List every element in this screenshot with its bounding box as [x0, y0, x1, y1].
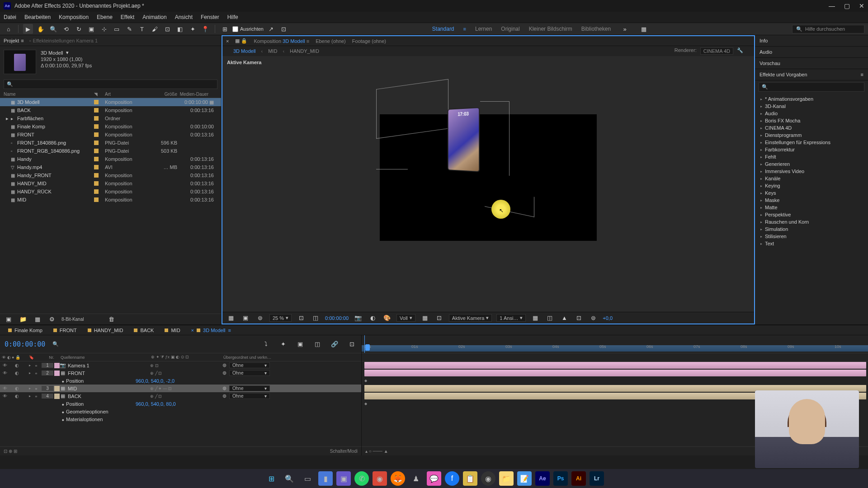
- explorer-icon[interactable]: 📁: [499, 471, 514, 486]
- menu-bearbeiten[interactable]: Bearbeiten: [24, 14, 51, 20]
- zoom-dropdown[interactable]: 25 % ▾: [269, 314, 292, 322]
- app-icon[interactable]: 📋: [463, 471, 477, 486]
- workspace-more-icon[interactable]: »: [620, 24, 630, 34]
- region-icon[interactable]: ⊚: [255, 313, 265, 323]
- roto-tool-icon[interactable]: ✦: [188, 24, 198, 34]
- panel-menu-icon[interactable]: ≡: [861, 72, 863, 77]
- effects-search-input[interactable]: 🔍: [759, 82, 864, 92]
- project-item[interactable]: ▦HandyKomposition0:00:13:16: [0, 155, 221, 163]
- tl-footer-icon[interactable]: ⊡ ⊕ ⊞: [4, 449, 17, 454]
- snap-grid-icon[interactable]: ⊡: [279, 24, 289, 34]
- zoom-tool-icon[interactable]: 🔍: [48, 24, 58, 34]
- layer-property[interactable]: ⬥ Position960,0, 540,0, -2,0: [0, 377, 361, 385]
- effect-category[interactable]: ▸* Animationsvorgaben: [755, 95, 868, 103]
- brush-tool-icon[interactable]: 🖌: [150, 24, 160, 34]
- effect-category[interactable]: ▸Keying: [755, 182, 868, 189]
- pen-tool-icon[interactable]: ✎: [124, 24, 134, 34]
- footage-tab[interactable]: Footage (ohne): [352, 38, 386, 44]
- phone-3d-layer[interactable]: 17:03: [448, 107, 480, 172]
- effect-category[interactable]: ▸Audio: [755, 110, 868, 117]
- aftereffects-icon[interactable]: Ae: [535, 471, 550, 486]
- workspace-original[interactable]: Original: [501, 26, 519, 32]
- tl-btn-2-icon[interactable]: ✦: [278, 339, 288, 349]
- timeline-search-icon[interactable]: 🔍: [52, 341, 59, 347]
- preview-panel[interactable]: Vorschau: [755, 58, 868, 69]
- home-icon[interactable]: ⌂: [4, 24, 14, 34]
- tl-btn-1-icon[interactable]: ⤵: [261, 339, 271, 349]
- composition-viewport[interactable]: Aktive Kamera 17:03 ↖: [222, 56, 754, 312]
- notepad-icon[interactable]: 📝: [517, 471, 532, 486]
- app-icon[interactable]: ◉: [373, 471, 387, 486]
- breadcrumb-item[interactable]: HANDY_MID: [290, 48, 319, 54]
- project-item[interactable]: ▫FRONT_RGB_1840886.pngPNG-Datei503 KB: [0, 147, 221, 155]
- effects-panel-title[interactable]: Effekte und Vorgaben: [760, 72, 807, 77]
- rotate-tool-icon[interactable]: ↻: [74, 24, 84, 34]
- timeline-tab[interactable]: Finale Komp: [4, 327, 47, 334]
- menu-animation[interactable]: Animation: [142, 14, 166, 20]
- whatsapp-icon[interactable]: ✆: [354, 471, 369, 486]
- renderer-dropdown[interactable]: CINEMA 4D: [700, 47, 733, 55]
- timeline-tab[interactable]: FRONT: [49, 327, 81, 334]
- effect-category[interactable]: ▸Simulation: [755, 225, 868, 233]
- taskview-icon[interactable]: ▭: [300, 471, 315, 486]
- type-tool-icon[interactable]: T: [137, 24, 147, 34]
- bit-depth[interactable]: 8-Bit-Kanal: [61, 317, 84, 322]
- views-dropdown[interactable]: 1 Ansi… ▾: [496, 314, 526, 322]
- project-tab[interactable]: Projekt ≡: [4, 38, 24, 43]
- breadcrumb-item[interactable]: MID: [268, 48, 277, 54]
- timeline-tab[interactable]: HANDY_MID: [83, 327, 128, 334]
- camera-dropdown[interactable]: Aktive Kamera ▾: [449, 314, 492, 322]
- timeline-layer[interactable]: 👁◐▸▫1📷Kamera 1⊕ ⊡⊚Ohne ▾: [0, 361, 361, 369]
- app-icon[interactable]: ♟: [409, 471, 423, 486]
- project-item[interactable]: ▦HANDY_RÜCKKomposition0:00:13:16: [0, 188, 221, 196]
- timeline-ruler[interactable]: 00s01s02s03s04s05s06s07s08s09s10s: [362, 335, 868, 353]
- hand-tool-icon[interactable]: ✋: [36, 24, 46, 34]
- app-icon[interactable]: ▮: [318, 471, 333, 486]
- menu-effekt[interactable]: Effekt: [121, 14, 134, 20]
- project-item[interactable]: ▫FRONT_1840886.pngPNG-Datei596 KB: [0, 139, 221, 147]
- effect-category[interactable]: ▸Farbkorrektur: [755, 146, 868, 153]
- effect-category[interactable]: ▸Fehlt: [755, 153, 868, 160]
- effect-category[interactable]: ▸Matte: [755, 204, 868, 211]
- menu-ebene[interactable]: Ebene: [97, 14, 113, 20]
- tl-btn-3-icon[interactable]: ▣: [295, 339, 305, 349]
- breadcrumb-item[interactable]: 3D Modell: [233, 48, 256, 54]
- pixel-icon[interactable]: ⊡: [574, 313, 584, 323]
- snap-icon[interactable]: ⊞: [220, 24, 230, 34]
- illustrator-icon[interactable]: Ai: [571, 471, 586, 486]
- effects-categories[interactable]: ▸* Animationsvorgaben▸3D-Kanal▸Audio▸Bor…: [755, 94, 868, 324]
- project-item[interactable]: ▦Handy_FRONTKomposition0:00:13:16: [0, 171, 221, 179]
- anchor-tool-icon[interactable]: ⊹: [99, 24, 109, 34]
- snap-options-icon[interactable]: ↗: [266, 24, 276, 34]
- maximize-button[interactable]: ▢: [844, 2, 850, 9]
- project-item[interactable]: ▸▸FarbflächenOrdner: [0, 114, 221, 122]
- align-checkbox[interactable]: Ausrichten: [232, 26, 264, 32]
- messenger-icon[interactable]: 💬: [427, 471, 441, 486]
- effect-category[interactable]: ▸Stilisieren: [755, 233, 868, 240]
- effect-category[interactable]: ▸Boris FX Mocha: [755, 117, 868, 124]
- effect-category[interactable]: ▸Text: [755, 240, 868, 247]
- exposure[interactable]: +0,0: [603, 315, 613, 321]
- puppet-tool-icon[interactable]: 📍: [200, 24, 210, 34]
- comp-lock-icon[interactable]: ▦ 🔒: [235, 38, 247, 44]
- photoshop-icon[interactable]: Ps: [553, 471, 568, 486]
- safe-icon[interactable]: ⊡: [434, 313, 444, 323]
- selection-tool-icon[interactable]: ▶: [23, 24, 33, 34]
- view-3-icon[interactable]: ▲: [559, 313, 569, 323]
- effect-category[interactable]: ▸Perspektive: [755, 211, 868, 218]
- menu-fenster[interactable]: Fenster: [201, 14, 219, 20]
- project-item[interactable]: ▦BACKKomposition0:00:13:16: [0, 106, 221, 114]
- grid-icon[interactable]: ▦: [226, 313, 236, 323]
- obs-icon[interactable]: ◉: [481, 471, 495, 486]
- close-button[interactable]: ✕: [859, 2, 864, 9]
- transparent-icon[interactable]: ◫: [311, 313, 321, 323]
- effect-category[interactable]: ▸Maske: [755, 197, 868, 204]
- fast-icon[interactable]: ⊚: [588, 313, 598, 323]
- effect-controls-tab[interactable]: ▫ Effekteinstellungen Kamera 1: [29, 38, 98, 43]
- minimize-button[interactable]: —: [829, 2, 835, 9]
- layer-property[interactable]: ⬥ Geometrieoptionen: [0, 408, 361, 415]
- timeline-tab[interactable]: × 3D Modell ≡: [187, 327, 236, 334]
- settings-icon[interactable]: ⚙: [47, 314, 57, 324]
- effect-category[interactable]: ▸Dienstprogramm: [755, 131, 868, 139]
- effect-category[interactable]: ▸Einstellungen für Expressions: [755, 139, 868, 146]
